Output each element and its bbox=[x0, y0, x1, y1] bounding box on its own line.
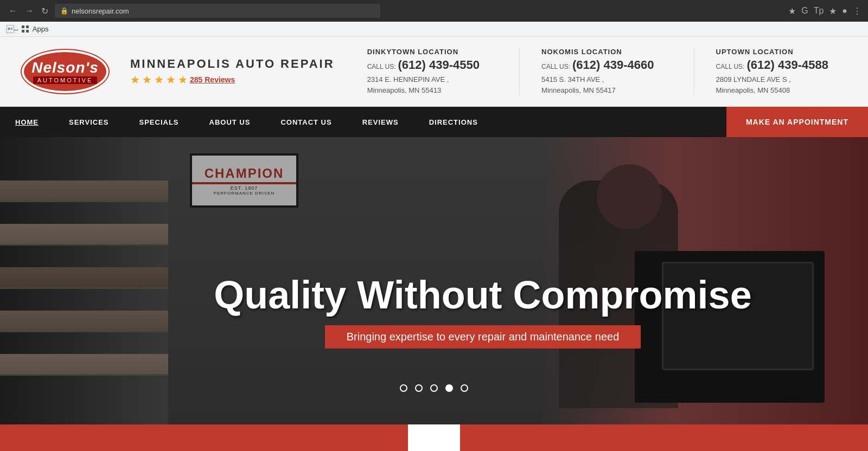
nav-about[interactable]: ABOUT US bbox=[194, 107, 266, 137]
apps-bar: – Apps bbox=[0, 22, 868, 37]
hero-dots bbox=[0, 384, 868, 392]
nokomis-phone[interactable]: (612) 439-4660 bbox=[572, 58, 654, 72]
location-nokomis: NOKOMIS LOCATION CALL US: (612) 439-4660… bbox=[541, 48, 672, 95]
logo-container: Nelson's AUTOMOTIVE bbox=[22, 50, 108, 93]
apps-grid-icon: – bbox=[7, 25, 18, 34]
bottom-bars bbox=[0, 424, 868, 451]
hero-dot-2[interactable] bbox=[415, 384, 423, 392]
lock-icon: 🔒 bbox=[60, 7, 68, 15]
nokomis-title: NOKOMIS LOCATION bbox=[541, 48, 672, 56]
uptown-address: 2809 LYNDALE AVE S , Minneapolis, MN 554… bbox=[716, 74, 846, 95]
brand-stars: ★ ★ ★ ★ ★ 285 Reviews bbox=[130, 73, 335, 86]
locations-container: DINKYTOWN LOCATION CALL US: (612) 439-45… bbox=[367, 48, 846, 95]
reviews-link[interactable]: 285 Reviews bbox=[190, 75, 235, 84]
header-brand: MINNEAPOLIS AUTO REPAIR ★ ★ ★ ★ ★ 285 Re… bbox=[130, 57, 335, 86]
star-4: ★ bbox=[166, 73, 176, 86]
hero-title: Quality Without Compromise bbox=[152, 274, 814, 317]
back-button[interactable]: ← bbox=[7, 5, 20, 17]
nokomis-call-label: CALL US: bbox=[541, 63, 570, 70]
logo-sub: AUTOMOTIVE bbox=[33, 76, 98, 84]
site-nav: HOME SERVICES SPECIALS ABOUT US CONTACT … bbox=[0, 107, 868, 137]
apps-label[interactable]: Apps bbox=[33, 25, 49, 33]
forward-button[interactable]: → bbox=[23, 5, 36, 17]
nav-reviews[interactable]: REVIEWS bbox=[347, 107, 414, 137]
nav-home[interactable]: HOME bbox=[0, 107, 54, 137]
hero-dot-4[interactable] bbox=[445, 384, 453, 392]
location-dinkytown: DINKYTOWN LOCATION CALL US: (612) 439-45… bbox=[367, 48, 497, 95]
location-uptown: UPTOWN LOCATION CALL US: (612) 439-4588 … bbox=[716, 48, 846, 95]
nav-services[interactable]: SERVICES bbox=[54, 107, 124, 137]
site-header: Nelson's AUTOMOTIVE MINNEAPOLIS AUTO REP… bbox=[0, 37, 868, 107]
uptown-title: UPTOWN LOCATION bbox=[716, 48, 846, 56]
nav-directions[interactable]: DIRECTIONS bbox=[414, 107, 493, 137]
brand-title: MINNEAPOLIS AUTO REPAIR bbox=[130, 57, 335, 71]
bottom-bar-left bbox=[0, 424, 408, 451]
dinkytown-title: DINKYTOWN LOCATION bbox=[367, 48, 497, 56]
profile-t-icon[interactable]: Tp bbox=[814, 6, 824, 16]
hero-subtitle: Bringing expertise to every repair and m… bbox=[325, 325, 641, 349]
nav-contact[interactable]: CONTACT US bbox=[265, 107, 347, 137]
nav-items: HOME SERVICES SPECIALS ABOUT US CONTACT … bbox=[0, 107, 726, 137]
extensions-icon[interactable]: ★ bbox=[829, 6, 837, 16]
hero-dot-5[interactable] bbox=[461, 384, 468, 392]
dinkytown-address: 2314 E. HENNEPIN AVE , Minneapolis, MN 5… bbox=[367, 74, 497, 95]
menu-icon[interactable]: ⋮ bbox=[853, 6, 861, 16]
nav-specials[interactable]: SPECIALS bbox=[124, 107, 194, 137]
profile-g-icon[interactable]: G bbox=[801, 6, 808, 16]
logo-name: Nelson's bbox=[31, 59, 99, 76]
bookmark-icon[interactable]: ★ bbox=[788, 6, 796, 16]
uptown-call-label: CALL US: bbox=[716, 63, 745, 70]
hero-dot-1[interactable] bbox=[400, 384, 407, 392]
star-1: ★ bbox=[130, 73, 140, 86]
browser-chrome: ← → ↻ 🔒 nelsonsrepair.com ★ G Tp ★ ● ⋮ bbox=[0, 0, 868, 22]
divider-2 bbox=[694, 48, 694, 95]
hero-dot-3[interactable] bbox=[430, 384, 438, 392]
grid-icon bbox=[22, 25, 29, 33]
divider-1 bbox=[519, 48, 520, 95]
star-5: ★ bbox=[178, 73, 188, 86]
browser-actions: ★ G Tp ★ ● ⋮ bbox=[788, 6, 861, 16]
hero-section: CHAMPION EST. 1907 PERFORMANCE DRIVEN Qu… bbox=[0, 137, 868, 424]
address-bar[interactable]: 🔒 nelsonsrepair.com bbox=[55, 4, 380, 18]
nokomis-address: 5415 S. 34TH AVE , Minneapolis, MN 55417 bbox=[541, 74, 672, 95]
logo-oval: Nelson's AUTOMOTIVE bbox=[22, 50, 108, 93]
nav-cta-button[interactable]: MAKE AN APPOINTMENT bbox=[726, 107, 868, 137]
uptown-phone[interactable]: (612) 439-4588 bbox=[746, 58, 828, 72]
reload-button[interactable]: ↻ bbox=[39, 5, 50, 17]
browser-nav-buttons: ← → ↻ bbox=[7, 5, 50, 17]
url-text: nelsonsrepair.com bbox=[72, 7, 129, 15]
hero-content: Quality Without Compromise Bringing expe… bbox=[152, 274, 814, 349]
bottom-bar-right bbox=[460, 424, 868, 451]
star-3: ★ bbox=[154, 73, 164, 86]
avatar-icon[interactable]: ● bbox=[842, 6, 847, 16]
star-2: ★ bbox=[142, 73, 152, 86]
dinkytown-call-label: CALL US: bbox=[367, 63, 396, 70]
dinkytown-phone[interactable]: (612) 439-4550 bbox=[398, 58, 480, 72]
bottom-bar-gap bbox=[408, 424, 460, 451]
